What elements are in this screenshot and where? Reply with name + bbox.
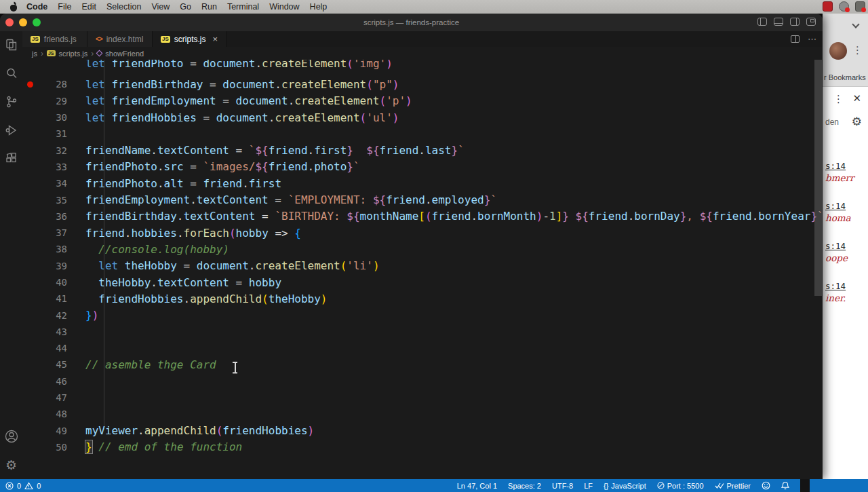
line-number[interactable]: 32 <box>37 145 67 156</box>
cursor-position[interactable]: Ln 47, Col 1 <box>457 482 497 490</box>
code-line[interactable]: 40 theHobby.textContent = hobby <box>22 274 823 290</box>
line-number[interactable]: 37 <box>37 227 67 238</box>
line-number[interactable]: 50 <box>37 442 67 453</box>
extensions-icon[interactable] <box>5 152 18 166</box>
code-editor[interactable]: let friendPhoto = document.createElement… <box>22 60 823 480</box>
menu-go[interactable]: Go <box>178 2 193 12</box>
menu-edit[interactable]: Edit <box>80 2 98 12</box>
menu-view[interactable]: View <box>150 2 171 12</box>
source-control-icon[interactable] <box>5 95 18 109</box>
tab-close-icon[interactable]: × <box>212 34 218 44</box>
menu-extra-red-icon[interactable] <box>823 1 833 12</box>
line-number[interactable]: 46 <box>37 376 67 387</box>
tab-friends.js[interactable]: JSfriends.js <box>22 31 87 47</box>
line-number[interactable]: 43 <box>37 326 67 337</box>
line-number[interactable]: 41 <box>37 293 67 304</box>
entry-size-text[interactable]: s:14 <box>825 201 868 211</box>
line-number[interactable]: 30 <box>37 112 67 123</box>
avatar[interactable] <box>829 42 847 60</box>
menu-file[interactable]: File <box>56 2 73 12</box>
close-icon[interactable]: ✕ <box>852 92 861 105</box>
code-line[interactable]: 41 friendHobbies.appendChild(theHobby) <box>22 290 823 307</box>
menu-run[interactable]: Run <box>200 2 218 12</box>
line-number[interactable]: 40 <box>37 277 67 288</box>
line-number[interactable]: 29 <box>37 96 67 107</box>
indentation[interactable]: Spaces: 2 <box>508 482 541 490</box>
breadcrumb-file[interactable]: scripts.js <box>59 50 88 58</box>
run-debug-icon[interactable] <box>5 124 18 137</box>
account-icon[interactable] <box>4 429 19 444</box>
code-line[interactable]: 30let friendHobbies = document.createEle… <box>22 109 823 126</box>
line-number[interactable]: 39 <box>37 261 67 271</box>
editor-scrollbar[interactable] <box>814 60 822 296</box>
menu-window[interactable]: Window <box>268 2 300 12</box>
code-line[interactable]: 49myViewer.appendChild(friendHobbies) <box>22 423 823 439</box>
code-line[interactable]: 37friend.hobbies.forEach(hobby => { <box>22 225 823 241</box>
feedback-icon[interactable] <box>762 481 770 490</box>
line-number[interactable]: 34 <box>37 178 67 189</box>
bell-icon[interactable] <box>781 481 789 490</box>
code-line[interactable]: 34friendPhoto.alt = friend.first <box>22 175 823 191</box>
split-editor-icon[interactable] <box>791 35 800 43</box>
code-line[interactable]: 35friendEmployment.textContent = `EMPLOY… <box>22 191 823 208</box>
code-line[interactable]: 43 <box>22 324 823 340</box>
line-number[interactable]: 38 <box>37 244 67 254</box>
menu-extra-badge-icon[interactable] <box>855 1 865 12</box>
gear-icon[interactable]: ⚙ <box>852 115 862 129</box>
encoding[interactable]: UTF-8 <box>552 482 573 490</box>
line-number[interactable]: 42 <box>37 310 67 321</box>
settings-gear-icon[interactable]: ⚙ <box>5 459 17 472</box>
breakpoint-dot[interactable] <box>22 81 37 88</box>
language-mode[interactable]: {} JavaScript <box>604 482 646 490</box>
chevron-down-icon[interactable] <box>852 20 859 28</box>
code-line-partial[interactable]: let friendPhoto = document.createElement… <box>22 60 823 76</box>
live-server-port[interactable]: Port : 5500 <box>657 482 704 490</box>
line-number[interactable]: 28 <box>37 79 67 90</box>
code-line[interactable]: 31 <box>22 126 823 142</box>
line-number[interactable]: 44 <box>37 343 67 354</box>
line-number[interactable]: 48 <box>37 409 67 419</box>
code-line[interactable]: 32friendName.textContent = `${friend.fir… <box>22 142 823 158</box>
code-line[interactable]: 46 <box>22 373 823 390</box>
problems-indicator[interactable]: 0 0 <box>0 482 41 490</box>
menu-code[interactable]: Code <box>25 2 49 12</box>
entry-size-text[interactable]: s:14 <box>825 161 868 171</box>
panel-menu-icon[interactable]: ⋮ <box>833 93 844 105</box>
code-line[interactable]: 44 <box>22 340 823 356</box>
apple-menu-icon[interactable] <box>9 3 18 12</box>
line-number[interactable]: 49 <box>37 425 67 436</box>
line-number[interactable]: 35 <box>37 195 67 206</box>
browser-menu-icon[interactable]: ⋮ <box>852 44 863 56</box>
line-number[interactable]: 36 <box>37 211 67 222</box>
prettier-formatter[interactable]: Prettier <box>715 482 751 490</box>
toggle-sidebar-icon[interactable] <box>757 18 767 26</box>
tab-scripts.js[interactable]: JSscripts.js× <box>153 31 226 47</box>
code-line[interactable]: 29let friendEmployment = document.create… <box>22 93 823 109</box>
breadcrumb-folder[interactable]: js <box>32 50 37 58</box>
menu-help[interactable]: Help <box>309 2 329 12</box>
code-line[interactable]: 39 let theHobby = document.createElement… <box>22 258 823 274</box>
code-line[interactable]: 47 <box>22 390 823 406</box>
code-line[interactable]: 48 <box>22 406 823 422</box>
line-number[interactable]: 47 <box>37 392 67 403</box>
code-line[interactable]: 38 //console.log(hobby) <box>22 241 823 257</box>
line-number[interactable]: 31 <box>37 128 67 139</box>
code-line[interactable]: 45// asemble thge Card <box>22 356 823 373</box>
breadcrumb-symbol[interactable]: showFriend <box>105 50 144 58</box>
tab-index.html[interactable]: <>index.html <box>87 31 153 47</box>
code-line[interactable]: 28let friendBirthday = document.createEl… <box>22 76 823 92</box>
vscode-title-bar[interactable]: scripts.js — friends-practice <box>0 14 823 31</box>
toggle-secondary-sidebar-icon[interactable] <box>790 18 800 26</box>
entry-size-text[interactable]: s:14 <box>825 281 868 291</box>
toggle-panel-icon[interactable] <box>774 18 783 26</box>
code-line[interactable]: 42}) <box>22 307 823 323</box>
line-number[interactable]: 45 <box>37 359 67 370</box>
menu-extra-record-icon[interactable] <box>839 1 849 12</box>
menu-terminal[interactable]: Terminal <box>226 2 260 12</box>
bookmarks-bar[interactable]: r Bookmarks <box>823 71 868 86</box>
customize-layout-icon[interactable] <box>806 18 816 26</box>
search-icon[interactable] <box>5 67 18 80</box>
entry-size-text[interactable]: s:14 <box>825 241 868 251</box>
code-line[interactable]: 33friendPhoto.src = `images/${friend.pho… <box>22 159 823 175</box>
code-line[interactable]: 36friendBirthday.textContent = `BIRTHDAY… <box>22 208 823 225</box>
